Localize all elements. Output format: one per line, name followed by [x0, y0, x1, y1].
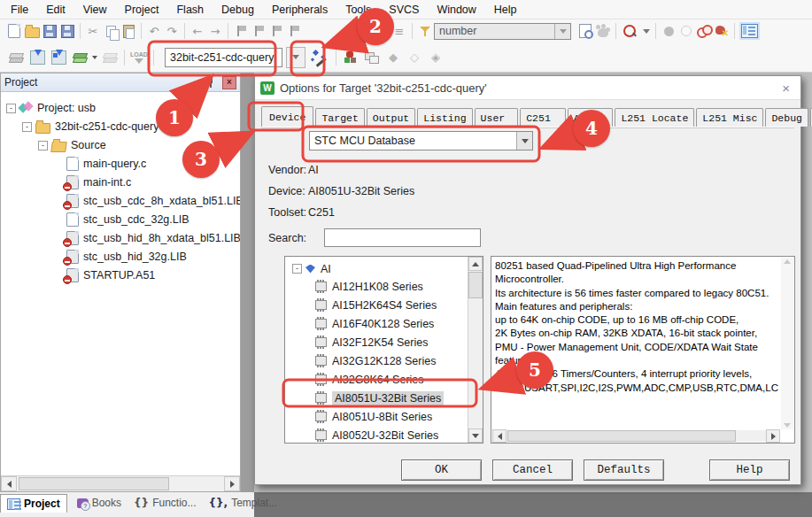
tree-item-target[interactable]: - 32bit-c251-cdc-query — [22, 118, 159, 135]
find-combobox-dropdown-icon[interactable] — [554, 24, 570, 39]
scroll-up-icon[interactable] — [784, 259, 791, 264]
project-window-toggle-icon[interactable] — [739, 20, 760, 42]
scroll-right-icon[interactable] — [766, 429, 780, 443]
stop-build-icon[interactable] — [99, 47, 120, 68]
project-horizontal-scrollbar[interactable] — [1, 475, 240, 491]
device-list-item-selected[interactable]: AI8051U-32Bit Series — [315, 389, 444, 407]
uncomment-icon[interactable]: ≡ — [391, 22, 408, 40]
batch-build-icon[interactable] — [69, 47, 90, 68]
ok-button[interactable]: OK — [401, 459, 482, 481]
scroll-left-icon[interactable] — [492, 429, 507, 443]
menu-project[interactable]: Project — [116, 1, 168, 19]
new-file-icon[interactable] — [5, 22, 23, 40]
menu-edit[interactable]: Edit — [37, 1, 74, 19]
tab-output[interactable]: Output — [367, 108, 415, 127]
tree-item-file[interactable]: stc_usb_hid_8h_xdata_bl51.LIB — [66, 229, 240, 247]
database-select-dropdown-icon[interactable] — [516, 132, 532, 150]
tree-item-project-root[interactable]: - Project: usb — [6, 99, 96, 117]
tab-functions[interactable]: {} Functio... — [128, 494, 202, 512]
menu-peripherals[interactable]: Peripherals — [263, 1, 336, 19]
menu-file[interactable]: File — [2, 1, 37, 19]
tree-item-file[interactable]: stc_usb_hid_32g.LIB — [66, 248, 187, 266]
file-extensions-icon[interactable]: ◆ — [383, 47, 404, 68]
find-combobox[interactable]: number — [434, 23, 571, 40]
scroll-down-icon[interactable] — [784, 423, 791, 428]
menu-svcs[interactable]: SVCS — [380, 1, 428, 19]
defaults-button[interactable]: Defaults — [584, 459, 664, 481]
description-horizontal-scrollbar[interactable] — [492, 430, 780, 442]
device-list-item[interactable]: AI32G8K64 Series — [315, 370, 424, 389]
target-options-icon[interactable]: ◇ — [404, 47, 425, 68]
tree-item-file[interactable]: stc_usb_cdc_8h_xdata_bl51.LIB — [66, 192, 240, 210]
scrollbar-thumb[interactable] — [19, 477, 169, 490]
paste-icon[interactable] — [120, 22, 137, 40]
bookmark-toggle-icon[interactable] — [232, 22, 250, 40]
tab-books[interactable]: Books — [71, 494, 128, 512]
find-in-document-icon[interactable] — [576, 22, 594, 40]
panel-splitter[interactable] — [241, 73, 254, 492]
tab-project[interactable]: Project — [0, 494, 67, 513]
collapse-icon[interactable]: - — [22, 122, 32, 132]
scrollbar-thumb[interactable] — [507, 430, 736, 442]
device-tree-root[interactable]: - AI — [292, 259, 331, 278]
rebuild-all-icon[interactable] — [48, 47, 69, 68]
tree-item-source-group[interactable]: - Source — [38, 136, 106, 154]
target-select-value[interactable]: 32bit-c251-cdc-query — [166, 51, 282, 64]
tab-templates[interactable]: {}, Templat... — [203, 494, 284, 512]
device-list-item[interactable]: AI8052U-32Bit Series — [315, 426, 438, 444]
device-listbox[interactable]: - AI AI12H1K08 Series AI15H2K64S4 Series… — [284, 256, 483, 444]
tab-listing[interactable]: Listing — [417, 108, 472, 127]
device-list-item[interactable]: AI32G12K128 Series — [315, 351, 436, 370]
scrollbar-thumb[interactable] — [468, 272, 483, 298]
manage-books-icon[interactable]: ◈ — [425, 47, 446, 68]
breakpoint-enable-icon[interactable] — [677, 22, 695, 40]
dialog-close-icon[interactable]: × — [777, 81, 795, 96]
device-list-item[interactable]: AI12H1K08 Series — [315, 277, 423, 296]
collapse-icon[interactable]: - — [38, 141, 48, 150]
tab-target[interactable]: Target — [315, 108, 364, 127]
manage-project-items-icon[interactable] — [340, 47, 361, 68]
description-vertical-scrollbar[interactable] — [781, 258, 793, 429]
bookmark-next-icon[interactable] — [267, 22, 285, 40]
tab-device[interactable]: Device — [261, 106, 313, 127]
redo-icon[interactable]: ↷ — [163, 22, 181, 40]
device-list-scrollbar[interactable] — [468, 257, 483, 443]
breakpoint-disable-all-icon[interactable] — [695, 22, 713, 40]
cancel-button[interactable]: Cancel — [492, 459, 573, 481]
breakpoint-insert-icon[interactable] — [660, 22, 677, 40]
multi-project-icon[interactable] — [361, 47, 383, 68]
build-icon[interactable] — [27, 47, 48, 68]
tree-item-file[interactable]: main-query.c — [66, 155, 146, 173]
bookmark-clear-icon[interactable] — [285, 22, 303, 40]
cut-icon[interactable]: ✂ — [84, 22, 102, 40]
debug-dropdown-icon[interactable] — [641, 22, 652, 40]
device-list-item[interactable]: AI16F40K128 Series — [315, 314, 434, 333]
bookmark-prev-icon[interactable] — [250, 22, 267, 40]
menu-view[interactable]: View — [74, 1, 116, 19]
run-to-cursor-icon[interactable] — [594, 22, 612, 40]
device-list-item[interactable]: AI32F12K54 Series — [315, 333, 428, 351]
tab-c251[interactable]: C251 — [520, 108, 566, 127]
menu-flash[interactable]: Flash — [167, 1, 213, 19]
device-description-box[interactable]: 80251 based Quad-Pipelined Ultra High Pe… — [491, 256, 795, 444]
dialog-title-bar[interactable]: W Options for Target '32bit-c251-cdc-que… — [255, 76, 800, 100]
scroll-left-icon[interactable] — [1, 476, 17, 491]
tab-user[interactable]: User — [475, 108, 519, 127]
target-select-dropdown-icon[interactable] — [286, 47, 305, 68]
find-combobox-value[interactable]: number — [435, 25, 554, 37]
undo-icon[interactable]: ↶ — [145, 22, 163, 40]
download-icon[interactable]: LOAD — [128, 47, 150, 68]
close-panel-icon[interactable]: × — [222, 76, 236, 89]
device-list-item[interactable]: AI15H2K64S4 Series — [315, 296, 437, 314]
tab-debug[interactable]: Debug — [765, 108, 808, 127]
pin-icon[interactable] — [206, 76, 215, 89]
database-select-value[interactable]: STC MCU Database — [310, 135, 516, 147]
menu-help[interactable]: Help — [485, 1, 526, 19]
options-for-target-icon[interactable] — [311, 47, 332, 68]
copy-icon[interactable] — [102, 22, 120, 40]
save-all-icon[interactable] — [58, 22, 76, 40]
batch-build-dropdown-icon[interactable] — [90, 49, 99, 66]
translate-icon[interactable] — [5, 47, 27, 68]
tab-a251[interactable]: A251 — [568, 108, 614, 127]
comment-icon[interactable]: ≡ — [373, 22, 391, 40]
